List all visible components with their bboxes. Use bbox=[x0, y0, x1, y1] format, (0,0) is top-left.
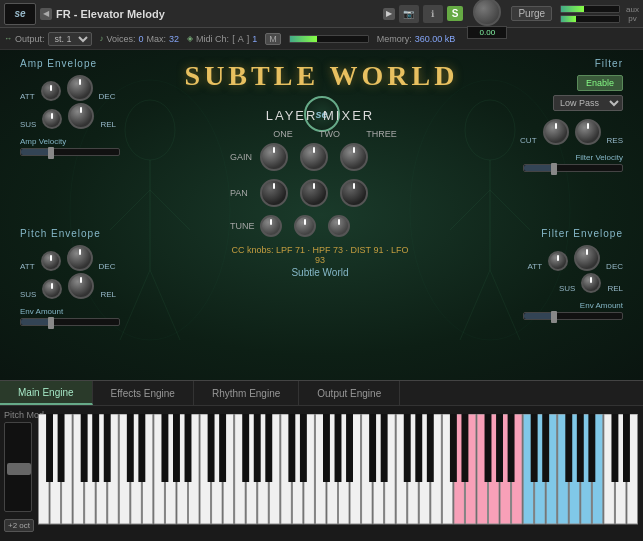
pitch-att-dec-row: ATT DEC bbox=[20, 245, 120, 271]
amp-rel-label: REL bbox=[100, 120, 116, 129]
preset-name: FR - Elevator Melody bbox=[56, 8, 165, 20]
output-select[interactable]: st. 1 bbox=[48, 32, 92, 46]
pitch-sus-knob2[interactable] bbox=[68, 273, 94, 299]
main-title: SUBTLE WORLD bbox=[185, 60, 459, 92]
tune-knob-3[interactable] bbox=[328, 215, 350, 237]
pitch-env-slider[interactable] bbox=[20, 318, 120, 326]
tune-section: Tune 0.00 bbox=[467, 0, 507, 39]
pitch-att-knob2[interactable] bbox=[67, 245, 93, 271]
filter-att-label: ATT bbox=[528, 262, 543, 271]
filter-sus-knob[interactable] bbox=[581, 273, 601, 293]
tab-effects-engine[interactable]: Effects Engine bbox=[93, 381, 194, 405]
max-value: 32 bbox=[169, 34, 179, 44]
tune-knob-area: Tune 0.00 bbox=[467, 0, 507, 39]
filter-velocity-slider[interactable] bbox=[523, 164, 623, 172]
amp-velocity-label: Amp Velocity bbox=[20, 137, 120, 146]
filter-controls: Enable Low Pass High Pass Band Pass bbox=[520, 75, 623, 111]
tune-knob-2[interactable] bbox=[294, 215, 316, 237]
svg-line-2 bbox=[110, 190, 150, 230]
camera-btn[interactable]: 📷 bbox=[399, 5, 419, 23]
amp-sus-rel-row: SUS REL bbox=[20, 103, 120, 129]
tune-knob-1[interactable] bbox=[260, 215, 282, 237]
amp-att-knob[interactable] bbox=[41, 81, 61, 101]
filter-envelope-section: Filter Envelope ATT DEC SUS REL Env Amou… bbox=[523, 228, 623, 320]
preset-display: Subtle World bbox=[230, 267, 410, 278]
res-knob[interactable] bbox=[575, 119, 601, 145]
res-label: RES bbox=[607, 136, 623, 145]
pitch-mod-thumb[interactable] bbox=[7, 463, 31, 475]
nav-prev-btn[interactable]: ◀ bbox=[40, 8, 52, 20]
svg-point-0 bbox=[125, 100, 175, 160]
amp-sus-knob2[interactable] bbox=[68, 103, 94, 129]
svg-point-6 bbox=[465, 100, 515, 160]
midi-icon: ◈ bbox=[187, 34, 193, 43]
pan-knob-2[interactable] bbox=[300, 179, 328, 207]
pitch-mod-slider[interactable] bbox=[4, 422, 32, 512]
pan-knob-1[interactable] bbox=[260, 179, 288, 207]
amp-att-knob2[interactable] bbox=[67, 75, 93, 101]
purge-button[interactable]: Purge bbox=[511, 6, 552, 21]
logo: se bbox=[4, 3, 36, 25]
tabs-bar: Main Engine Effects Engine Rhythm Engine… bbox=[0, 380, 643, 406]
meter-bar-top bbox=[560, 5, 620, 13]
meter-section bbox=[560, 5, 620, 23]
layer-mixer-section: LAYER MIXER ONE TWO THREE GAIN PAN bbox=[230, 108, 410, 278]
pv-label: pv bbox=[628, 14, 636, 23]
filter-att-knob[interactable] bbox=[548, 251, 568, 271]
gain-knob-2[interactable] bbox=[300, 143, 328, 171]
tab-rhythm-engine[interactable]: Rhythm Engine bbox=[194, 381, 299, 405]
svg-line-8 bbox=[450, 190, 490, 230]
filter-att-knob2[interactable] bbox=[574, 245, 600, 271]
amp-sus-knob[interactable] bbox=[42, 109, 62, 129]
amp-velocity-slider[interactable] bbox=[20, 148, 120, 156]
pan-knob-3[interactable] bbox=[340, 179, 368, 207]
s-button[interactable]: S bbox=[447, 6, 464, 21]
amp-envelope-label: Amp Envelope bbox=[20, 58, 120, 69]
nav-next-btn[interactable]: ▶ bbox=[383, 8, 395, 20]
tune-knob[interactable] bbox=[473, 0, 501, 26]
filter-env-slider[interactable] bbox=[523, 312, 623, 320]
tab-main-engine[interactable]: Main Engine bbox=[0, 381, 93, 405]
octave-button[interactable]: +2 oct bbox=[4, 519, 34, 532]
logo-text: se bbox=[14, 8, 25, 19]
midi-value: A bbox=[238, 34, 244, 44]
cut-knob[interactable] bbox=[543, 119, 569, 145]
gain-knob-1[interactable] bbox=[260, 143, 288, 171]
tune-display: 0.00 bbox=[467, 26, 507, 39]
pitch-sus-knob[interactable] bbox=[42, 279, 62, 299]
title-area: FR - Elevator Melody bbox=[56, 8, 379, 20]
main-section: SUBTLE WORLD se Amp Envelope ATT DEC SUS… bbox=[0, 50, 643, 380]
amp-att-label: ATT bbox=[20, 92, 35, 101]
amp-envelope-section: Amp Envelope ATT DEC SUS REL Amp Velocit… bbox=[20, 58, 120, 156]
filter-att-dec-row: ATT DEC bbox=[523, 245, 623, 271]
filter-enable-btn[interactable]: Enable bbox=[577, 75, 623, 91]
voices-value: 0 bbox=[139, 34, 144, 44]
info-btn[interactable]: ℹ bbox=[423, 5, 443, 23]
memory-label: Memory: bbox=[377, 34, 412, 44]
pan-label: PAN bbox=[230, 188, 260, 198]
top-bar: se ◀ FR - Elevator Melody ▶ 📷 ℹ S Tune 0… bbox=[0, 0, 643, 28]
tab-output-engine[interactable]: Output Engine bbox=[299, 381, 400, 405]
voices-label: Voices: bbox=[107, 34, 136, 44]
pitch-sus-label: SUS bbox=[20, 290, 36, 299]
aux-pv: aux pv bbox=[626, 5, 639, 23]
svg-line-11 bbox=[490, 270, 520, 340]
filter-envelope-label: Filter Envelope bbox=[523, 228, 623, 239]
gain-knob-3[interactable] bbox=[340, 143, 368, 171]
piano-canvas[interactable] bbox=[38, 414, 638, 529]
pitch-att-knob[interactable] bbox=[41, 251, 61, 271]
filter-rel-label: REL bbox=[607, 284, 623, 293]
layer-mixer-headers: ONE TWO THREE bbox=[260, 129, 410, 139]
filter-sus-label: SUS bbox=[559, 284, 575, 293]
amp-dec-label: DEC bbox=[99, 92, 116, 101]
m-button[interactable]: M bbox=[265, 33, 281, 45]
meter-bar-bottom bbox=[560, 15, 620, 23]
tune-knobs bbox=[260, 215, 350, 237]
gain-row: GAIN bbox=[230, 143, 410, 171]
cut-label: CUT bbox=[520, 136, 536, 145]
second-bar: ↔ Output: st. 1 ♪ Voices: 0 Max: 32 ◈ Mi… bbox=[0, 28, 643, 50]
tune-row: TUNE bbox=[230, 215, 410, 237]
filter-type-select[interactable]: Low Pass High Pass Band Pass bbox=[553, 95, 623, 111]
pitch-sus-rel-row: SUS REL bbox=[20, 273, 120, 299]
output-group: ↔ Output: st. 1 bbox=[4, 32, 92, 46]
